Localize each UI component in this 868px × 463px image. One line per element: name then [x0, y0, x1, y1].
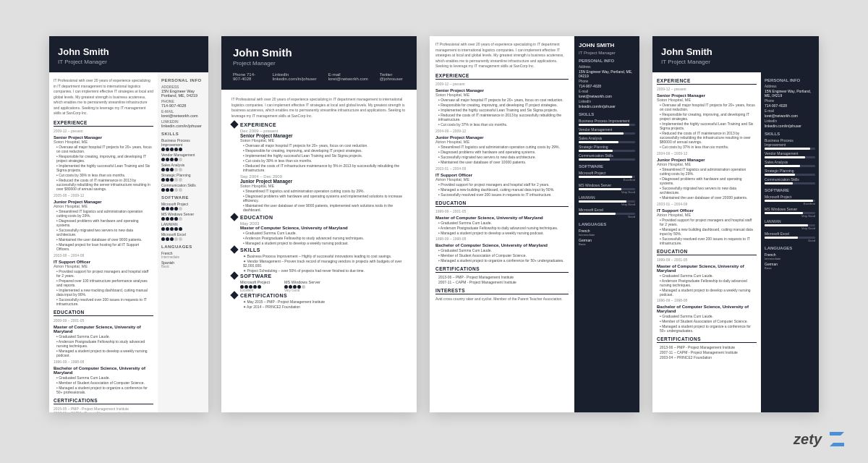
- card1-body: IT Professional with over 20 years of ex…: [49, 72, 208, 412]
- list-item: LAN/WAN Very Good: [765, 219, 815, 230]
- card2-certs-row: CERTIFICATIONS: [231, 292, 407, 298]
- table-row: Dec 2009 – present Senior Project Manage…: [231, 129, 407, 172]
- list-item: Vendor Management: [161, 153, 205, 161]
- card3-summary: IT Professional with over 20 years of ex…: [435, 42, 569, 69]
- card1-sidebar: Personal Info Address 15N Engineer WayPo…: [158, 72, 208, 412]
- table-row: Sep 2004 – Dec 2009 Junior Project Manag…: [231, 174, 407, 212]
- card2-header: John Smith Project Manager Phone 714-907…: [221, 36, 417, 90]
- table-row: 1996-09 – 1998-08 Bachelor of Computer S…: [657, 298, 757, 333]
- card1-summary: IT Professional with over 20 years of ex…: [54, 78, 153, 116]
- card2-linkedin: LinkedIn linkedin.com/in/johuser: [273, 72, 317, 81]
- card2-contact: Phone 714-907-4028 LinkedIn linkedin.com…: [233, 72, 405, 81]
- card4-main: Experience 2009-12 – present Senior Proj…: [652, 72, 761, 412]
- card2-software-list: Microsoft Project Excellent MS Windows S…: [231, 280, 407, 292]
- card2-email: E-mail loret@networkh.com: [328, 72, 368, 81]
- table-row: 2009-12 – present Senior Project Manager…: [435, 82, 569, 127]
- zety-logo: zety: [793, 428, 848, 450]
- list-item: MS Windows Server: [161, 212, 205, 221]
- page-background: John Smith IT Project Manager IT Profess…: [0, 0, 868, 463]
- card2-certs-list: ✦ May 2015 – PMP - Project Management In…: [231, 300, 407, 309]
- card4-title: IT Project Manager: [661, 59, 810, 65]
- list-item: LAN/WAN Very Good: [579, 195, 635, 206]
- diamond-icon-4: [230, 271, 238, 279]
- list-item: French Intermediate: [765, 252, 815, 260]
- resume-card-4: John Smith IT Project Manager Experience…: [652, 36, 819, 412]
- card4-skills-title: Skills: [765, 132, 815, 136]
- card3-sidebar-name: John Smith: [579, 42, 635, 48]
- card2-software-row: SOFTWARE: [231, 273, 407, 279]
- zety-text: zety: [793, 431, 822, 448]
- resume-card-1: John Smith IT Project Manager IT Profess…: [49, 36, 208, 412]
- list-item: Spanish Basic: [161, 260, 205, 268]
- list-item: Business Process Improvement: [579, 119, 635, 126]
- table-row: 2004-09 – 2009-12 Junior Project Manager…: [657, 151, 757, 200]
- diamond-icon-2: [230, 213, 238, 221]
- table-row: 2004-09 – 2009-12 Junior Project Manager…: [435, 129, 569, 164]
- diamond-icon-3: [230, 245, 238, 253]
- card2-edu-row: EDUCATION: [231, 214, 407, 220]
- card2-name: John Smith: [233, 46, 405, 59]
- list-item: Strategic Planning: [161, 173, 205, 182]
- card2-edu-title: EDUCATION: [240, 215, 273, 220]
- card2-summary: IT Professional with over 20 years of ex…: [231, 97, 407, 119]
- list-item: Sales Analysis: [579, 136, 635, 143]
- card3-personal-title: Personal Info: [579, 59, 635, 63]
- list-item: Microsoft Excel Good: [579, 208, 635, 218]
- list-item: Sales Analysis: [765, 160, 815, 167]
- list-item: MS Windows Server Very Good: [579, 183, 635, 194]
- table-row: 2007-11 – CAPM - Project Management Inst…: [54, 411, 153, 413]
- table-row: 1999-09 – 2001-05 Master of Computer Sci…: [435, 209, 569, 235]
- card4-software-title: Software: [765, 188, 815, 192]
- card1-name: John Smith: [58, 46, 200, 57]
- card3-exp-title: Experience: [435, 73, 569, 80]
- list-item: Strategic Planning: [765, 169, 815, 176]
- list-item: Microsoft Excel Good: [765, 232, 815, 242]
- card2-skills-list: ✦ Business Process Improvement – Highly …: [231, 254, 407, 273]
- card2-certs-title: CERTIFICATIONS: [240, 293, 287, 298]
- diamond-icon-5: [230, 291, 238, 299]
- card4-exp-title: Experience: [657, 78, 757, 85]
- card2-skills-row: SKILLS: [231, 247, 407, 252]
- list-item: Sales Analysis: [161, 163, 205, 171]
- table-row: 2003-08 – 2004-08 IT Support Officer Atr…: [54, 253, 153, 306]
- list-item: MS Windows Server Very Good: [765, 207, 815, 218]
- list-item: French Intermediate: [579, 229, 635, 237]
- card3-interests: Avid cross country skier and cyclist. Me…: [435, 297, 569, 302]
- list-item: Vendor Management: [765, 151, 815, 158]
- card3-main: IT Professional with over 20 years of ex…: [430, 36, 574, 412]
- table-row: 2009-09 – 2001-05 Master of Computer Sci…: [54, 318, 153, 357]
- list-item: Communication Skills: [765, 177, 815, 184]
- card3-skills-title: Skills: [579, 112, 635, 116]
- card1-certs-title: Certifications: [54, 398, 153, 404]
- card4-sidebar: Personal Info Address 15N Engineer Way, …: [761, 72, 819, 412]
- card4-certs-title: Certifications: [657, 336, 757, 343]
- card1-languages-title: Languages: [161, 245, 205, 249]
- card4-header: John Smith IT Project Manager: [652, 36, 819, 72]
- list-item: Communication Skills: [161, 183, 205, 192]
- list-item: Microsoft Excel: [161, 232, 205, 241]
- card4-languages-title: Languages: [765, 246, 815, 250]
- card2-title: Project Manager: [233, 60, 405, 67]
- list-item: Strategic Planning: [579, 145, 635, 152]
- card4-body: Experience 2009-12 – present Senior Proj…: [652, 72, 819, 412]
- table-row: May 2003 Master of Computer Science, Uni…: [231, 221, 407, 245]
- list-item: Vendor Management: [579, 127, 635, 135]
- resume-card-2: John Smith Project Manager Phone 714-907…: [221, 36, 417, 412]
- card2-twitter: Twitter @johnsuser: [380, 72, 405, 81]
- card1-title: IT Project Manager: [58, 59, 200, 65]
- resume-card-3: IT Professional with over 20 years of ex…: [430, 36, 639, 412]
- table-row: 1999-09 – 2001-05 Master of Computer Sci…: [657, 258, 757, 297]
- card1-personal-title: Personal Info: [161, 78, 205, 82]
- card2-exp-row: EXPERIENCE: [231, 122, 407, 127]
- card3-sidebar: John Smith IT Project Manager Personal I…: [574, 36, 639, 412]
- table-row: 2003-01 – 2004-09 IT Support Officer Atr…: [435, 166, 569, 197]
- card4-name: John Smith: [661, 46, 810, 57]
- list-item: German Basic: [579, 238, 635, 246]
- list-item: Microsoft Project Excellent: [579, 171, 635, 182]
- card4-personal-title: Personal Info: [765, 78, 815, 82]
- card2-phone: Phone 714-907-4028: [233, 72, 261, 81]
- list-item: Business Process Improvement: [765, 138, 815, 150]
- card1-experience-title: Experience: [54, 120, 153, 127]
- table-row: 2009-12 – present Senior Project Manager…: [54, 129, 153, 191]
- card3-interests-title: Interests: [435, 288, 569, 294]
